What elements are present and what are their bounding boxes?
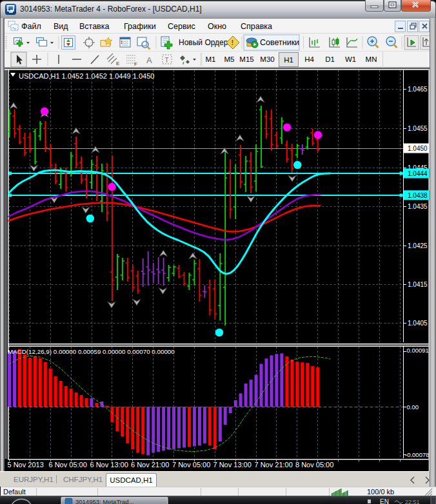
- svg-text:-0.00078: -0.00078: [405, 451, 430, 458]
- svg-text:Советники: Советники: [260, 38, 299, 47]
- svg-text:F: F: [134, 61, 137, 67]
- svg-text:7 Nov 05:00: 7 Nov 05:00: [172, 461, 210, 469]
- svg-text:8 Nov 05:00: 8 Nov 05:00: [295, 461, 333, 469]
- svg-text:22:51: 22:51: [405, 499, 420, 504]
- svg-text:1.0415: 1.0415: [408, 281, 428, 288]
- svg-text:1.0438: 1.0438: [408, 192, 428, 199]
- svg-text:MACD(12,26,9) 0.00000 0.00059: MACD(12,26,9) 0.00000 0.00059 0.00000 0.…: [8, 348, 175, 355]
- svg-text:7 Nov 21:00: 7 Nov 21:00: [255, 461, 293, 469]
- svg-text:!: !: [232, 39, 234, 46]
- svg-text:E: E: [116, 61, 119, 66]
- svg-text:0.00: 0.00: [407, 403, 419, 411]
- svg-text:6 Nov 13:00: 6 Nov 13:00: [90, 461, 128, 469]
- svg-text:1.0435: 1.0435: [408, 203, 428, 210]
- svg-text:T: T: [165, 57, 169, 64]
- svg-text:0.00091: 0.00091: [407, 347, 429, 354]
- svg-text:A: A: [146, 55, 152, 65]
- svg-text:1.0455: 1.0455: [408, 125, 428, 132]
- svg-text:1.0425: 1.0425: [408, 242, 428, 249]
- svg-text:6 Nov 05:00: 6 Nov 05:00: [49, 461, 87, 469]
- svg-text:1.0450: 1.0450: [408, 145, 428, 152]
- svg-text:USDCAD,H1 1.0452 1.0452 1.044: USDCAD,H1 1.0452 1.0452 1.0449 1.0450: [19, 72, 154, 80]
- svg-text:1.0465: 1.0465: [408, 86, 428, 93]
- svg-text:5 Nov 2013: 5 Nov 2013: [8, 461, 44, 469]
- svg-text:6 Nov 21:00: 6 Nov 21:00: [131, 461, 169, 469]
- svg-text:3014953: MetaTrad...: 3014953: MetaTrad...: [75, 498, 134, 504]
- svg-text:EN: EN: [380, 498, 389, 504]
- svg-text:7 Nov 13:00: 7 Nov 13:00: [213, 461, 252, 469]
- svg-text:1.0405: 1.0405: [408, 320, 428, 327]
- svg-text:Новый Ордер: Новый Ордер: [179, 38, 228, 47]
- svg-text:1.0444: 1.0444: [408, 170, 428, 177]
